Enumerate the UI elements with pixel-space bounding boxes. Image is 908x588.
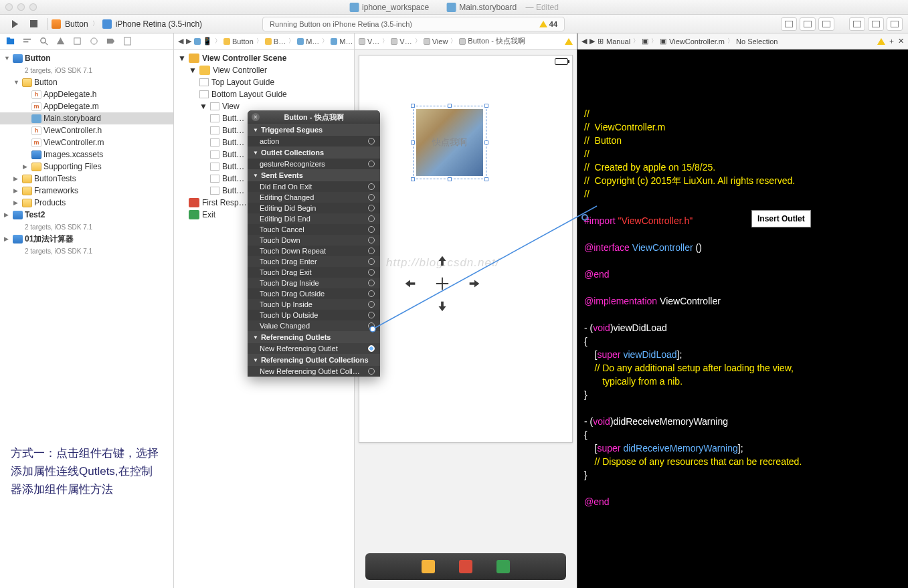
jump-bar-right[interactable]: ◀▶ ⊞Manual〉 ▣〉▣ ViewController.m〉No Sele… bbox=[577, 33, 908, 50]
connection-port-icon[interactable] bbox=[368, 194, 375, 201]
popover-row[interactable]: Did End On Exit bbox=[248, 181, 380, 192]
code-editor-body[interactable]: Insert Outlet //// ViewController.m// Bu… bbox=[577, 50, 908, 588]
project-nav-icon[interactable] bbox=[5, 36, 15, 46]
traffic-lights[interactable] bbox=[5, 3, 37, 11]
find-nav-icon[interactable] bbox=[39, 36, 49, 46]
dock-vc-icon[interactable] bbox=[422, 560, 435, 573]
popover-row[interactable]: Touch Up Inside bbox=[248, 299, 380, 310]
test-nav-icon[interactable] bbox=[72, 36, 82, 46]
connection-port-icon[interactable] bbox=[368, 312, 375, 318]
scene-row[interactable]: ▼View Controller Scene bbox=[174, 52, 354, 64]
popover-row[interactable]: Touch Drag Inside bbox=[248, 278, 380, 288]
dock-exit-icon[interactable] bbox=[496, 560, 510, 573]
assistant-editor-button[interactable] bbox=[800, 17, 816, 31]
connection-port-icon[interactable] bbox=[368, 322, 375, 329]
popover-row[interactable]: Touch Down bbox=[248, 235, 380, 246]
jump-bar-left[interactable]: ◀▶ 📱 〉Button 〉B… 〉M… 〉M… bbox=[174, 33, 354, 50]
report-nav-icon[interactable] bbox=[122, 36, 132, 46]
project-tree[interactable]: ▼Button 2 targets, iOS SDK 7.1 ▼ButtonhA… bbox=[0, 50, 173, 588]
back-icon[interactable]: ◀ bbox=[178, 37, 183, 45]
standard-editor-button[interactable] bbox=[781, 17, 797, 31]
connection-port-icon[interactable] bbox=[368, 368, 375, 375]
selected-button[interactable]: 快点我啊 bbox=[413, 106, 486, 179]
forward-icon[interactable]: ▶ bbox=[186, 37, 191, 45]
nav-item[interactable]: mViewController.m bbox=[0, 136, 173, 149]
connection-port-icon[interactable] bbox=[368, 258, 375, 265]
popover-row[interactable]: New Referencing Outlet Coll… bbox=[248, 366, 380, 377]
popover-row[interactable]: Touch Drag Outside bbox=[248, 288, 380, 299]
nav-item[interactable]: hAppDelegate.h bbox=[0, 88, 173, 100]
popover-row[interactable]: Editing Changed bbox=[248, 192, 380, 203]
nav-item[interactable]: Images.xcassets bbox=[0, 149, 173, 161]
nav-item[interactable]: ▼Button bbox=[0, 76, 173, 88]
warning-icon[interactable] bbox=[565, 38, 573, 45]
connections-popover[interactable]: × Button - 快点我啊 ▼Triggered Seguesaction▼… bbox=[248, 110, 380, 377]
breakpoint-nav-icon[interactable] bbox=[106, 36, 116, 46]
close-assistant-icon[interactable]: ✕ bbox=[898, 37, 904, 45]
stop-button[interactable] bbox=[24, 17, 43, 31]
popover-row[interactable]: gestureRecognizers bbox=[248, 159, 380, 169]
nav-item[interactable]: hViewController.h bbox=[0, 124, 173, 136]
bottom-guide-row[interactable]: Bottom Layout Guide bbox=[174, 88, 354, 100]
connection-port-icon[interactable] bbox=[368, 161, 375, 167]
nav-item[interactable]: ▶Frameworks bbox=[0, 185, 173, 197]
arrow-up-icon[interactable] bbox=[435, 254, 450, 268]
close-icon[interactable]: × bbox=[252, 113, 260, 121]
connection-port-icon[interactable] bbox=[368, 280, 375, 286]
connection-port-icon[interactable] bbox=[368, 138, 375, 144]
scene-dock[interactable] bbox=[365, 553, 566, 580]
version-editor-button[interactable] bbox=[818, 17, 834, 31]
device-preview[interactable]: 快点我啊 http://blog.csdn.net/ bbox=[359, 55, 573, 443]
nav-item[interactable]: mAppDelegate.m bbox=[0, 100, 173, 112]
dock-first-responder-icon[interactable] bbox=[459, 560, 472, 573]
nav-item[interactable]: Main.storyboard bbox=[0, 112, 173, 124]
warning-icon[interactable] bbox=[877, 38, 885, 45]
arrow-center-icon[interactable] bbox=[435, 276, 450, 291]
direction-buttons[interactable] bbox=[394, 250, 490, 318]
popover-row[interactable]: New Referencing Outlet bbox=[248, 343, 380, 354]
connection-port-icon[interactable] bbox=[368, 226, 375, 233]
toggle-utilities-button[interactable] bbox=[887, 17, 903, 31]
connection-port-icon[interactable] bbox=[368, 248, 375, 254]
back-icon[interactable]: ◀ bbox=[581, 37, 587, 45]
connection-port-icon[interactable] bbox=[368, 183, 375, 190]
run-button[interactable] bbox=[5, 17, 24, 31]
debug-nav-icon[interactable] bbox=[89, 36, 99, 46]
popover-row[interactable]: Touch Drag Exit bbox=[248, 267, 380, 278]
top-guide-row[interactable]: Top Layout Guide bbox=[174, 76, 354, 88]
ib-canvas[interactable]: V… 〉V… 〉View 〉Button - 快点我啊 快点我啊 http://… bbox=[355, 33, 577, 588]
nav-item[interactable]: ▶ButtonTests bbox=[0, 173, 173, 185]
popover-row[interactable]: Touch Drag Enter bbox=[248, 256, 380, 267]
arrow-down-icon[interactable] bbox=[435, 299, 450, 314]
toggle-debug-area-button[interactable] bbox=[868, 17, 884, 31]
connection-port-icon[interactable] bbox=[368, 269, 375, 276]
popover-row[interactable]: Touch Cancel bbox=[248, 224, 380, 235]
symbol-nav-icon[interactable] bbox=[22, 36, 32, 46]
nav-item[interactable]: ▶Supporting Files bbox=[0, 161, 173, 173]
nav-item[interactable]: ▶Products bbox=[0, 197, 173, 209]
popover-row[interactable]: Touch Down Repeat bbox=[248, 246, 380, 256]
project-root-3[interactable]: ▶01加法计算器 bbox=[0, 233, 173, 245]
popover-row[interactable]: Value Changed bbox=[248, 320, 380, 331]
connection-port-icon[interactable] bbox=[368, 237, 375, 243]
popover-row[interactable]: Touch Up Outside bbox=[248, 310, 380, 320]
navigator-tabs[interactable] bbox=[0, 33, 173, 50]
project-root[interactable]: ▼Button bbox=[0, 52, 173, 64]
arrow-left-icon[interactable] bbox=[403, 276, 418, 291]
connection-port-icon[interactable] bbox=[368, 290, 375, 297]
project-root-2[interactable]: ▶Test2 bbox=[0, 209, 173, 221]
vc-row[interactable]: ▼View Controller bbox=[174, 64, 354, 76]
warning-badge[interactable]: 44 bbox=[539, 20, 557, 28]
toggle-navigator-button[interactable] bbox=[849, 17, 865, 31]
connection-port-icon[interactable] bbox=[368, 345, 375, 352]
forward-icon[interactable]: ▶ bbox=[589, 37, 595, 45]
popover-row[interactable]: Editing Did End bbox=[248, 213, 380, 224]
add-assistant-icon[interactable]: ＋ bbox=[888, 36, 895, 46]
issue-nav-icon[interactable] bbox=[56, 36, 66, 46]
popover-row[interactable]: Editing Did Begin bbox=[248, 203, 380, 213]
arrow-right-icon[interactable] bbox=[467, 276, 482, 291]
connection-port-icon[interactable] bbox=[368, 205, 375, 211]
popover-row[interactable]: action bbox=[248, 136, 380, 146]
scheme-selector[interactable]: Button 〉 iPhone Retina (3.5-inch) bbox=[52, 19, 202, 29]
jump-bar-center[interactable]: V… 〉V… 〉View 〉Button - 快点我啊 bbox=[355, 33, 577, 50]
